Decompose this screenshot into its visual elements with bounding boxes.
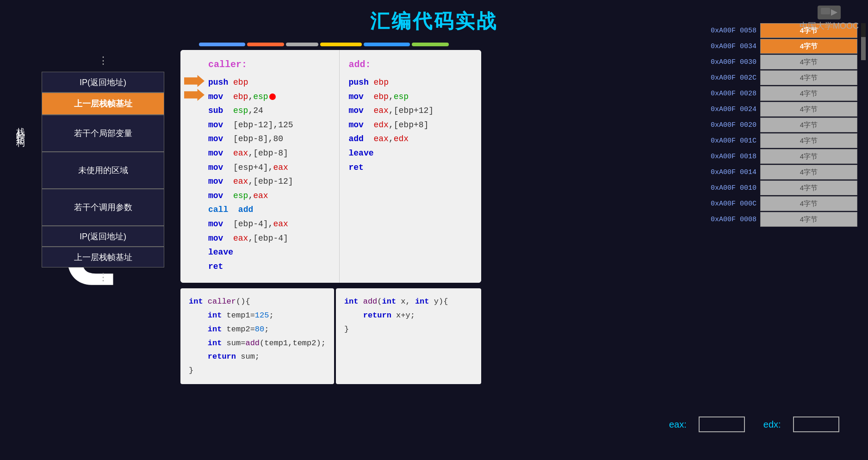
stack-ellipsis-bottom: ⋮	[42, 267, 164, 288]
caller-line-8: mov eax,[ebp-12]	[208, 174, 332, 189]
mem-row-002C: 0xA00F 002C 4字节	[700, 70, 857, 85]
edx-value-box	[793, 416, 839, 432]
mem-row-0010: 0xA00F 0010 4字节	[700, 180, 857, 195]
mooc-logo: 中国大学MOOC	[800, 6, 859, 31]
stack-label-text: 栈帧结构	[15, 120, 27, 135]
scrollbar-thumb[interactable]	[861, 37, 866, 60]
color-bar	[199, 43, 449, 46]
caller-line-14: ret	[208, 260, 332, 274]
mem-addr-0030: 0xA00F 0030	[700, 58, 760, 66]
p-frame-area: 0xA00F 0058 4字节 } P函数 栈帧 ⋮	[700, 23, 866, 228]
registers-row: eax: edx:	[669, 416, 839, 432]
c-caller-line-1: int caller(){	[189, 295, 326, 309]
caller-label: caller:	[208, 59, 332, 70]
mooc-icon	[818, 6, 841, 19]
mem-addr-001C: 0xA00F 001C	[700, 137, 760, 145]
stack-cell-locals-label: 若干个局部变量	[74, 128, 132, 139]
mem-row-001C: 0xA00F 001C 4字节	[700, 133, 857, 148]
mem-addr-0020: 0xA00F 0020	[700, 121, 760, 129]
add-line-6: leave	[349, 146, 472, 161]
color-seg-2	[247, 43, 284, 46]
mem-cell-0008: 4字节	[760, 212, 857, 227]
mem-cell-0010: 4字节	[760, 180, 857, 195]
svg-rect-0	[821, 8, 830, 14]
add-label: add:	[349, 59, 472, 70]
title-bar: 汇编代码实战	[0, 0, 868, 38]
arrow-icon-2	[184, 89, 205, 101]
mem-cell-0014: 4字节	[760, 165, 857, 180]
main-container: 汇编代码实战 中国大学MOOC 栈帧结构 { ⋮	[0, 0, 868, 460]
stack-row-base-addr: 上一层栈帧基址	[42, 93, 164, 115]
mem-cell-0028: 4字节	[760, 86, 857, 101]
arrow-icon-1	[184, 75, 205, 87]
add-line-2: mov ebp,esp	[349, 90, 472, 104]
c-caller-line-5: return sum;	[189, 350, 326, 364]
arrow-2	[184, 89, 205, 101]
eax-value-box	[699, 416, 745, 432]
c-caller-line-2: int temp1=125;	[189, 309, 326, 323]
mem-addr-0010: 0xA00F 0010	[700, 184, 760, 192]
caller-line-12: mov eax,[ebp-4]	[208, 231, 332, 246]
stack-row-ip-return: IP(返回地址)	[42, 72, 164, 93]
edx-label: edx:	[763, 419, 781, 430]
caller-code-panel: caller: push ebp mov ebp,esp sub esp,24 …	[180, 50, 340, 283]
mem-addr-002C: 0xA00F 002C	[700, 74, 760, 82]
color-seg-4	[320, 43, 362, 46]
mem-row-0030: 0xA00F 0030 4字节	[700, 55, 857, 69]
mem-row-0024: 0xA00F 0024 4字节	[700, 102, 857, 117]
mem-cell-0020: 4字节	[760, 118, 857, 132]
eax-label: eax:	[669, 419, 687, 430]
caller-line-4: mov [ebp-12],125	[208, 118, 332, 132]
mem-row-0008: 0xA00F 0008 4字节	[700, 212, 857, 227]
stack-ellipsis-top: ⋮	[42, 51, 164, 72]
color-seg-3	[286, 43, 318, 46]
add-code-panel: add: push ebp mov ebp,esp mov eax,[ebp+1…	[340, 50, 482, 283]
mem-row-0020: 0xA00F 0020 4字节	[700, 118, 857, 132]
stack-row-unused: 未使用的区域	[42, 152, 164, 189]
stack-row-base-addr-bottom: 上一层栈帧基址	[42, 247, 164, 267]
stack-cell-base-label: 上一层栈帧基址	[74, 98, 132, 109]
color-seg-6	[412, 43, 449, 46]
caller-line-5: mov [ebp-8],80	[208, 132, 332, 146]
mem-cell-0030: 4字节	[760, 55, 857, 69]
c-add-line-2: return x+y;	[344, 309, 473, 323]
mem-cell-001C: 4字节	[760, 133, 857, 148]
mem-row-0018: 0xA00F 0018 4字节	[700, 149, 857, 164]
caller-line-6: mov eax,[ebp-8]	[208, 146, 332, 161]
add-line-4: mov edx,[ebp+8]	[349, 118, 472, 132]
stack-side-label: 栈帧结构	[15, 120, 27, 135]
arrow-1	[184, 75, 205, 87]
page-title: 汇编代码实战	[370, 10, 498, 32]
caller-line-7: mov [esp+4],eax	[208, 161, 332, 175]
stack-cell-params-label: 若干个调用参数	[74, 202, 132, 213]
add-line-5: add eax,edx	[349, 132, 472, 146]
c-add-line-3: }	[344, 323, 473, 336]
mem-cell-000C: 4字节	[760, 196, 857, 211]
stack-diagram: ⋮ IP(返回地址) 上一层栈帧基址 若干个局部变量 未使用的区域 若干个调用参…	[42, 51, 164, 288]
c-caller-line-6: }	[189, 364, 326, 378]
stack-row-ip-return-bottom: IP(返回地址)	[42, 226, 164, 247]
c-add-line-1: int add(int x, int y){	[344, 295, 473, 309]
caller-line-11: mov [ebp-4],eax	[208, 217, 332, 231]
right-panel: 0xA00F 0058 4字节 } P函数 栈帧 ⋮	[664, 0, 868, 460]
mem-row-0014: 0xA00F 0014 4字节	[700, 165, 857, 180]
mem-addr-000C: 0xA00F 000C	[700, 200, 760, 208]
mem-addr-0018: 0xA00F 0018	[700, 153, 760, 161]
add-line-3: mov eax,[ebp+12]	[349, 104, 472, 118]
left-panel: 栈帧结构 { ⋮ IP(返回地址) 上一层栈帧基址 若干个局部变量 未使	[14, 51, 171, 398]
c-add-panel: int add(int x, int y){ return x+y; }	[336, 288, 481, 384]
c-caller-panel: int caller(){ int temp1=125; int temp2=8…	[180, 288, 334, 384]
mem-cell-002C: 4字节	[760, 70, 857, 85]
add-line-1: push ebp	[349, 75, 472, 90]
color-seg-1	[199, 43, 245, 46]
mem-cell-0024: 4字节	[760, 102, 857, 117]
stack-cell-unused-label: 未使用的区域	[78, 165, 128, 176]
caller-line-9: mov esp,eax	[208, 189, 332, 203]
stack-row-locals: 若干个局部变量	[42, 115, 164, 152]
add-line-7: ret	[349, 161, 472, 175]
mem-row-0034: 0xA00F 0034 4字节	[700, 39, 857, 54]
memory-diagram: 0xA00F 0058 4字节 } P函数 栈帧 ⋮	[700, 23, 857, 228]
stack-row-params: 若干个调用参数	[42, 189, 164, 226]
caller-line-3: sub esp,24	[208, 104, 332, 118]
stack-cell-label: IP(返回地址)	[80, 77, 126, 88]
